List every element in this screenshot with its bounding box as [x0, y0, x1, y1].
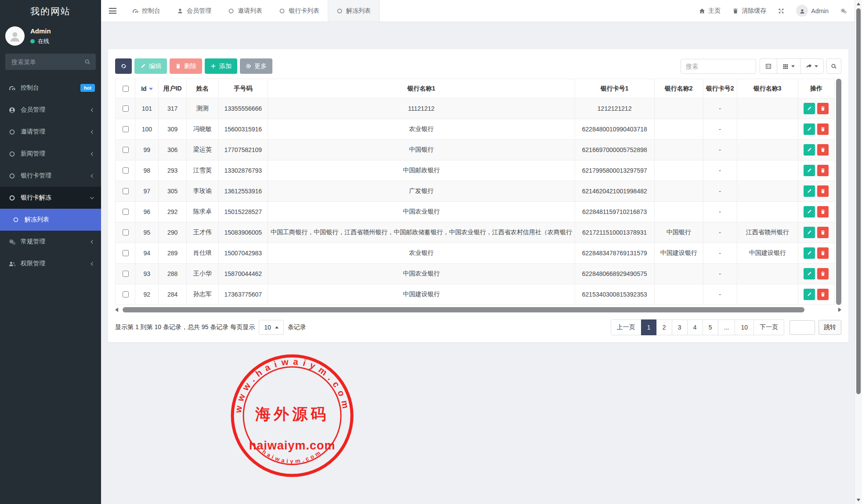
detail-view-button[interactable]: [760, 58, 777, 74]
page-button-3[interactable]: 3: [672, 319, 688, 335]
cell-phone: 15083906005: [218, 222, 268, 243]
sidebar-search-input[interactable]: [11, 58, 81, 66]
tab-unfreeze-list[interactable]: 解冻列表: [328, 0, 380, 22]
settings-button[interactable]: [840, 8, 847, 14]
row-delete-button[interactable]: [817, 227, 829, 238]
row-edit-button[interactable]: [804, 185, 815, 197]
page-button-...[interactable]: ...: [718, 319, 735, 335]
tab-members[interactable]: 会员管理: [169, 0, 220, 22]
scroll-right-arrow-icon[interactable]: [838, 308, 841, 312]
tab-dashboard[interactable]: 控制台: [124, 0, 169, 22]
sidebar-item-news[interactable]: 新闻管理: [0, 143, 101, 165]
row-checkbox[interactable]: [123, 291, 129, 297]
user-meta: Admin 在线: [30, 27, 51, 45]
table-search-input[interactable]: [681, 59, 756, 74]
row-delete-button[interactable]: [817, 268, 829, 279]
column-header-id[interactable]: Id: [135, 79, 159, 98]
column-header-bank1[interactable]: 银行名称1: [268, 79, 575, 98]
account-menu[interactable]: Admin: [796, 5, 829, 17]
row-delete-button[interactable]: [817, 289, 829, 300]
clear-cache-button[interactable]: 清除缓存: [732, 7, 766, 15]
sidebar-item-permissions[interactable]: 权限管理: [0, 253, 101, 275]
cell-uid: 292: [159, 202, 186, 222]
export-button[interactable]: [800, 58, 824, 74]
sidebar-subitem-unfreeze-list[interactable]: 解冻列表: [0, 209, 101, 231]
sidebar-toggle-button[interactable]: [101, 0, 124, 22]
row-delete-button[interactable]: [817, 123, 829, 135]
column-header-label: 用户ID: [163, 85, 182, 92]
search-icon[interactable]: [84, 59, 91, 65]
row-edit-button[interactable]: [804, 247, 815, 259]
page-button-2[interactable]: 2: [656, 319, 672, 335]
row-checkbox[interactable]: [123, 209, 129, 215]
refresh-button[interactable]: [115, 58, 132, 74]
row-checkbox[interactable]: [123, 250, 129, 256]
sidebar-item-bank-cards[interactable]: 银行卡管理: [0, 165, 101, 187]
column-header-name[interactable]: 姓名: [186, 79, 218, 98]
sidebar-item-invites[interactable]: 邀请管理: [0, 121, 101, 143]
row-delete-button[interactable]: [817, 247, 829, 259]
search-submit-button[interactable]: [826, 58, 841, 74]
row-edit-button[interactable]: [804, 144, 815, 156]
column-header-card2[interactable]: 银行卡号2: [703, 79, 737, 98]
add-button[interactable]: 添加: [205, 58, 237, 74]
row-edit-button[interactable]: [804, 206, 815, 218]
row-edit-button[interactable]: [804, 289, 815, 300]
row-edit-button[interactable]: [804, 165, 815, 176]
row-edit-button[interactable]: [804, 227, 815, 238]
row-delete-button[interactable]: [817, 165, 829, 176]
row-checkbox[interactable]: [123, 229, 129, 236]
scroll-up-arrow-icon[interactable]: [857, 3, 860, 5]
sidebar-item-bank-card-unfreeze[interactable]: 银行卡解冻: [0, 187, 101, 209]
row-checkbox[interactable]: [123, 147, 129, 153]
row-edit-button[interactable]: [804, 103, 815, 114]
more-button[interactable]: 更多: [240, 58, 272, 74]
column-header-actions[interactable]: 操作: [798, 79, 834, 98]
row-delete-button[interactable]: [817, 144, 829, 156]
scroll-left-arrow-icon[interactable]: [115, 308, 118, 312]
table-vertical-scrollbar[interactable]: [836, 79, 841, 305]
sidebar-item-members[interactable]: 会员管理: [0, 99, 101, 121]
row-edit-button[interactable]: [804, 268, 815, 279]
scroll-down-arrow-icon[interactable]: [857, 499, 860, 501]
row-checkbox[interactable]: [123, 271, 129, 277]
column-header-bank3[interactable]: 银行名称3: [737, 79, 798, 98]
row-checkbox[interactable]: [123, 188, 129, 194]
page-button-10[interactable]: 10: [735, 319, 754, 335]
tab-bank-card-list[interactable]: 银行卡列表: [271, 0, 328, 22]
columns-button[interactable]: [777, 58, 800, 74]
jump-button[interactable]: 跳转: [819, 320, 841, 335]
page-scrollbar[interactable]: [855, 0, 862, 504]
column-header-card1[interactable]: 银行卡号1: [575, 79, 654, 98]
next-page-button[interactable]: 下一页: [753, 319, 784, 335]
sidebar-item-dashboard[interactable]: 控制台hot: [0, 77, 101, 99]
row-checkbox[interactable]: [123, 105, 129, 112]
hscroll-thumb[interactable]: [123, 307, 804, 312]
prev-page-button[interactable]: 上一页: [611, 319, 641, 335]
page-scrollbar-thumb[interactable]: [856, 8, 861, 394]
row-delete-button[interactable]: [817, 206, 829, 218]
tab-invite-list[interactable]: 邀请列表: [220, 0, 271, 22]
delete-button[interactable]: 删除: [170, 58, 202, 74]
column-header-user-id[interactable]: 用户ID: [159, 79, 186, 98]
sidebar-item-general[interactable]: 常规管理: [0, 231, 101, 253]
fullscreen-button[interactable]: [778, 8, 784, 14]
home-button[interactable]: 主页: [699, 7, 721, 15]
hscroll-track[interactable]: [120, 307, 836, 312]
row-checkbox[interactable]: [123, 167, 129, 174]
table-horizontal-scrollbar[interactable]: [115, 307, 841, 313]
row-delete-button[interactable]: [817, 103, 829, 114]
cell-bank1: 中国银行: [268, 140, 575, 160]
column-header-bank2[interactable]: 银行名称2: [654, 79, 703, 98]
jump-page-input[interactable]: [790, 320, 815, 335]
column-header-phone[interactable]: 手号码: [218, 79, 268, 98]
page-button-5[interactable]: 5: [703, 319, 718, 335]
row-checkbox[interactable]: [123, 126, 129, 132]
edit-button[interactable]: 编辑: [134, 58, 167, 74]
row-delete-button[interactable]: [817, 185, 829, 197]
page-button-1[interactable]: 1: [641, 319, 657, 335]
page-size-select[interactable]: 10: [259, 320, 284, 335]
select-all-checkbox[interactable]: [123, 86, 129, 92]
row-edit-button[interactable]: [804, 123, 815, 135]
page-button-4[interactable]: 4: [687, 319, 703, 335]
